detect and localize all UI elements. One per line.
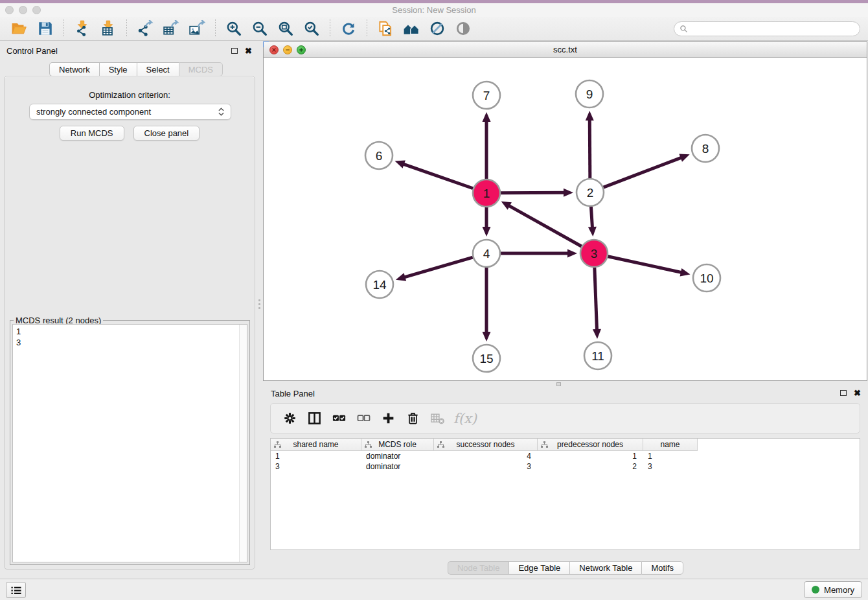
result-line: 3	[16, 337, 247, 348]
zoom-fit-icon[interactable]	[275, 19, 296, 38]
graph-edge-2-9[interactable]	[589, 119, 590, 178]
clone-network-icon[interactable]	[375, 19, 396, 38]
mcds-result-group: MCDS result (2 nodes) 13	[10, 320, 250, 565]
search-field[interactable]	[674, 21, 860, 36]
optimization-criterion-select[interactable]: strongly connected component	[29, 104, 231, 120]
zoom-selected-icon[interactable]	[301, 19, 322, 38]
memory-button[interactable]: Memory	[804, 581, 862, 598]
close-panel-icon[interactable]: ✖	[245, 48, 252, 54]
export-table-icon[interactable]	[161, 19, 181, 38]
column-tree-icon	[274, 441, 281, 450]
delete-table-icon[interactable]	[428, 409, 447, 428]
table-toolbar: f(x)	[270, 403, 860, 433]
column-header-label: MCDS role	[378, 440, 417, 449]
table-cell: 2	[538, 461, 643, 472]
column-header-MCDS-role[interactable]: MCDS role	[361, 439, 434, 451]
column-header-predecessor-nodes[interactable]: predecessor nodes	[538, 439, 643, 451]
float-panel-icon[interactable]	[231, 48, 238, 54]
memory-button-label: Memory	[824, 585, 854, 595]
visibility-icon[interactable]	[453, 19, 474, 38]
tab-node-table[interactable]: Node Table	[448, 561, 509, 575]
search-input[interactable]	[691, 25, 860, 34]
graph-edge-1-6[interactable]	[402, 164, 473, 189]
neighbors-icon[interactable]	[401, 19, 422, 38]
tab-motifs[interactable]: Motifs	[641, 561, 683, 575]
table-cell: dominator	[361, 451, 434, 461]
graph-edge-3-11[interactable]	[595, 268, 597, 331]
table-row[interactable]: 1dominator411	[271, 451, 860, 461]
deselect-all-icon[interactable]	[354, 409, 373, 428]
node-table: shared nameMCDS rolesuccessor nodesprede…	[270, 438, 860, 550]
application-window: Session: New Session Control Panel ✖ Net…	[0, 0, 868, 600]
table-cell: 4	[434, 451, 538, 461]
column-header-successor-nodes[interactable]: successor nodes	[434, 439, 538, 451]
zoom-out-icon[interactable]	[249, 19, 270, 38]
result-line: 1	[16, 326, 247, 337]
graph-edge-1-2[interactable]	[501, 192, 565, 193]
result-scrollbar[interactable]	[239, 325, 247, 562]
network-canvas[interactable]: 7968124314101511	[264, 58, 867, 380]
control-panel-title: Control Panel	[6, 46, 58, 56]
tab-network-table[interactable]: Network Table	[569, 561, 641, 575]
gear-icon[interactable]	[280, 409, 299, 428]
columns-icon[interactable]	[304, 409, 324, 428]
export-image-icon[interactable]	[187, 19, 207, 38]
graph-edge-3-1[interactable]	[508, 205, 582, 247]
table-panel-buttons: ✖	[840, 390, 861, 396]
graph-edge-4-14[interactable]	[403, 257, 472, 277]
status-bar: Memory	[0, 579, 868, 600]
table-row[interactable]: 3dominator323	[271, 461, 860, 472]
table-cell: 3	[434, 461, 538, 472]
vertical-splitter-handle[interactable]	[258, 299, 260, 309]
tab-edge-table[interactable]: Edge Table	[508, 561, 569, 575]
column-header-shared-name[interactable]: shared name	[271, 439, 361, 451]
float-table-panel-icon[interactable]	[840, 390, 847, 396]
close-table-panel-icon[interactable]: ✖	[854, 390, 861, 396]
window-controls	[5, 6, 41, 14]
export-network-icon[interactable]	[135, 19, 155, 38]
node-table-body: 1dominator4113dominator323	[271, 451, 860, 472]
network-window-titlebar[interactable]: scc.txt	[264, 42, 867, 58]
import-table-icon[interactable]	[98, 19, 119, 38]
zoom-in-icon[interactable]	[223, 19, 244, 38]
network-window-title: scc.txt	[264, 45, 867, 54]
tab-network[interactable]: Network	[49, 62, 99, 76]
table-cell: 3	[271, 461, 361, 472]
tab-style[interactable]: Style	[99, 62, 137, 76]
delete-icon[interactable]	[403, 409, 422, 428]
column-header-name[interactable]: name	[643, 439, 698, 451]
task-history-button[interactable]	[6, 582, 26, 598]
horizontal-splitter-handle[interactable]	[556, 382, 561, 386]
add-icon[interactable]	[378, 409, 398, 428]
import-network-icon[interactable]	[72, 19, 93, 38]
apply-style-icon[interactable]	[427, 19, 448, 38]
tab-mcds[interactable]: MCDS	[179, 62, 223, 76]
save-session-icon[interactable]	[35, 19, 56, 38]
main-toolbar	[0, 17, 868, 41]
mcds-result-textarea[interactable]: 13	[12, 324, 247, 562]
refresh-icon[interactable]	[338, 19, 359, 38]
maximize-button[interactable]	[32, 6, 41, 14]
run-mcds-button[interactable]: Run MCDS	[60, 126, 124, 141]
graph-edge-2-8[interactable]	[604, 157, 683, 188]
tab-select[interactable]: Select	[137, 62, 179, 76]
titlebar: Session: New Session	[0, 3, 868, 17]
close-panel-button[interactable]: Close panel	[133, 126, 200, 141]
table-cell: 1	[643, 451, 698, 461]
select-all-icon[interactable]	[329, 409, 348, 428]
graph-node-label-11: 11	[591, 349, 604, 363]
open-file-icon[interactable]	[9, 19, 30, 38]
control-panel-tabs: NetworkStyleSelectMCDS	[49, 62, 223, 76]
column-header-label: shared name	[293, 440, 338, 449]
table-cell: 3	[643, 461, 698, 472]
function-builder-icon[interactable]: f(x)	[453, 411, 477, 426]
toolbar-separator	[63, 19, 64, 38]
table-cell: 1	[271, 451, 361, 461]
toolbar-separator	[330, 19, 330, 38]
network-view-window: scc.txt 7968124314101511	[263, 41, 867, 381]
close-button[interactable]	[5, 6, 14, 14]
minimize-button[interactable]	[19, 6, 27, 14]
toolbar-separator	[367, 19, 367, 38]
graph-edge-2-3[interactable]	[591, 207, 592, 229]
graph-edge-3-10[interactable]	[608, 257, 682, 273]
